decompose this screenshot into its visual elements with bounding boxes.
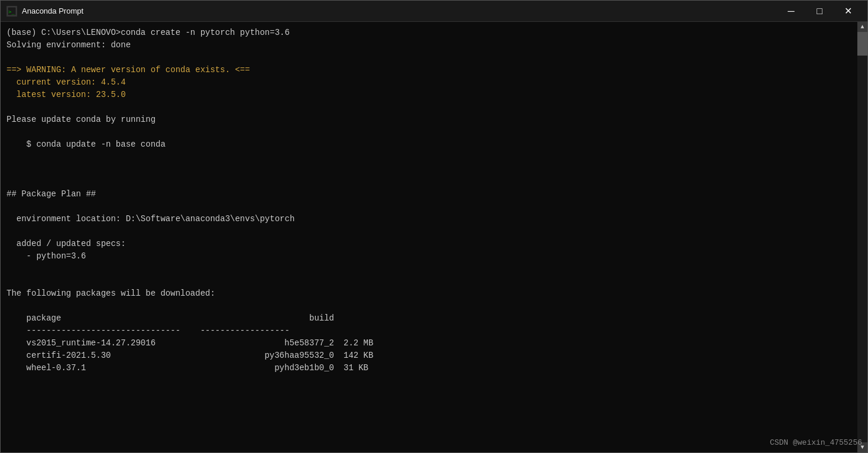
title-bar-left: >_ Anaconda Prompt — [7, 6, 778, 17]
empty-line-2 — [7, 101, 851, 114]
table-header: package build — [7, 312, 851, 325]
cmd-line: (base) C:\Users\LENOVO>conda create -n p… — [7, 27, 851, 39]
empty-line-5 — [7, 163, 851, 176]
pkg-build-certifi: py36haa95532_0 — [237, 350, 344, 362]
empty-line-10 — [7, 275, 851, 287]
pkg-build-wheel: pyhd3eb1b0_0 — [237, 362, 344, 374]
empty-line-8 — [7, 225, 851, 238]
terminal-body: (base) C:\Users\LENOVO>conda create -n p… — [1, 22, 867, 452]
pkg-name-certifi: certifi-2021.5.30 — [7, 350, 237, 362]
col-header-package: package — [7, 312, 237, 325]
col-header-build: build — [237, 312, 344, 325]
minimize-button[interactable]: ─ — [778, 1, 805, 22]
empty-line-11 — [7, 300, 851, 312]
scrollbar-thumb[interactable] — [857, 32, 867, 56]
window-controls: ─ □ ✕ — [778, 1, 861, 22]
maximize-button[interactable]: □ — [806, 1, 833, 22]
empty-line-6 — [7, 176, 851, 188]
table-row: certifi-2021.5.30 py36haa95532_0 142 KB — [7, 350, 851, 362]
empty-line-3 — [7, 126, 851, 138]
added-specs-line: added / updated specs: — [7, 238, 851, 250]
empty-line-4 — [7, 151, 851, 163]
python-spec-line: - python=3.6 — [7, 250, 851, 263]
package-table: package build --------------------------… — [7, 312, 851, 374]
close-button[interactable]: ✕ — [834, 1, 861, 22]
svg-text:>_: >_ — [8, 9, 15, 15]
warning-line: ==> WARNING: A newer version of conda ex… — [7, 64, 851, 76]
watermark-text: CSDN @weixin_4755256 — [770, 438, 862, 447]
watermark: CSDN @weixin_4755256 — [770, 438, 862, 447]
empty-line-7 — [7, 200, 851, 213]
terminal-content[interactable]: (base) C:\Users\LENOVO>conda create -n p… — [1, 22, 857, 452]
title-bar: >_ Anaconda Prompt ─ □ ✕ — [1, 1, 867, 22]
table-row: vs2015_runtime-14.27.29016 h5e58377_2 2.… — [7, 337, 851, 350]
anaconda-prompt-window: >_ Anaconda Prompt ─ □ ✕ (base) C:\Users… — [0, 0, 868, 453]
pkg-size-vs2015: 2.2 MB — [344, 337, 373, 350]
pkg-size-certifi: 142 KB — [344, 350, 373, 362]
pkg-plan-line: ## Package Plan ## — [7, 188, 851, 200]
scroll-up-arrow[interactable]: ▲ — [857, 22, 867, 32]
empty-line-1 — [7, 51, 851, 64]
pkg-name-vs2015: vs2015_runtime-14.27.29016 — [7, 337, 237, 350]
table-separator: ------------------------------- --------… — [7, 325, 851, 337]
window-title: Anaconda Prompt — [22, 7, 83, 15]
empty-line-9 — [7, 263, 851, 275]
scrollbar[interactable]: ▲ ▼ — [857, 22, 867, 452]
pkg-name-wheel: wheel-0.37.1 — [7, 362, 237, 374]
pkg-build-vs2015: h5e58377_2 — [237, 337, 344, 350]
env-location-line: environment location: D:\Software\anacon… — [7, 213, 851, 225]
please-update-line: Please update conda by running — [7, 114, 851, 126]
latest-version-line: latest version: 23.5.0 — [7, 89, 851, 101]
update-cmd-line: $ conda update -n base conda — [7, 138, 851, 151]
current-version-line: current version: 4.5.4 — [7, 76, 851, 89]
pkg-size-wheel: 31 KB — [344, 362, 368, 374]
scrollbar-track[interactable] — [857, 32, 867, 442]
table-row: wheel-0.37.1 pyhd3eb1b0_0 31 KB — [7, 362, 851, 374]
terminal-icon: >_ — [7, 6, 17, 17]
following-pkgs-line: The following packages will be downloade… — [7, 287, 851, 300]
solving-line: Solving environment: done — [7, 39, 851, 51]
